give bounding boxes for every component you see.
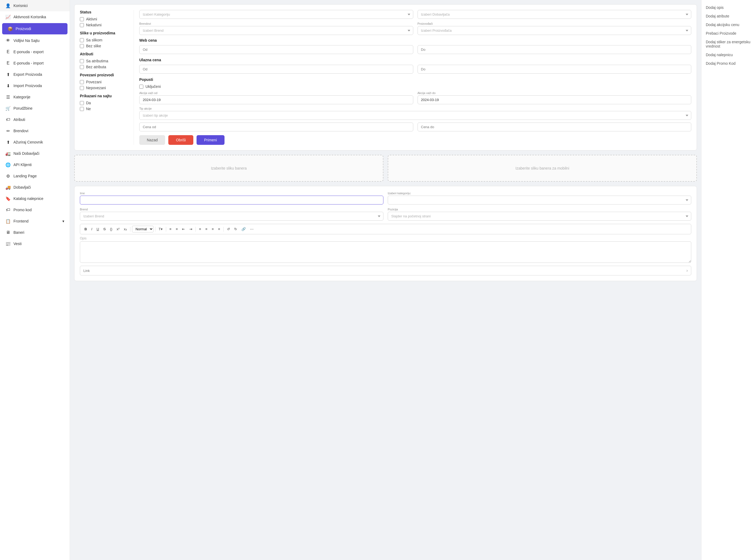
checkbox-sa-slikom-input[interactable]	[80, 38, 84, 42]
checkbox-nekativni-input[interactable]	[80, 23, 84, 27]
cena-od-input[interactable]	[139, 122, 413, 132]
checkbox-povezani[interactable]: Povezani	[80, 80, 128, 84]
sidebar-item-export[interactable]: ⬆Export Proizvoda	[0, 69, 70, 80]
right-panel-item-5[interactable]: Dodaj nalepnicu	[706, 53, 751, 57]
checkbox-aktivni-input[interactable]	[80, 17, 84, 21]
checkbox-da-input[interactable]	[80, 101, 84, 105]
checkbox-ukljuceni[interactable]: Uključeni	[139, 84, 691, 89]
tip-akcije-select[interactable]: Izaberi tip akcije	[139, 111, 691, 120]
code-button[interactable]: {}	[108, 226, 114, 232]
sidebar-item-porudzbine[interactable]: 🛒Porudžbine	[0, 103, 70, 114]
checkbox-nekativni[interactable]: Nekativni	[80, 23, 128, 27]
redo-button[interactable]: ↻	[233, 226, 239, 232]
sidebar-icon-dobavljaci-nasi: 🚛	[5, 151, 11, 156]
checkbox-aktivni[interactable]: Aktivni	[80, 17, 128, 21]
pozicija-select[interactable]: Slajder na početnoj strani	[388, 212, 691, 221]
superscript-button[interactable]: x²	[115, 226, 121, 232]
text-size-button[interactable]: T▾	[157, 226, 164, 232]
align-center-button[interactable]: ≡	[204, 226, 209, 232]
sidebar-item-vesti[interactable]: 📰Vesti	[0, 238, 70, 249]
sidebar-item-atributi[interactable]: 🏷Atributi	[0, 114, 70, 125]
nazad-button[interactable]: Nazad	[139, 135, 165, 145]
dobavljac-select[interactable]: Izaberi Dobavljača	[418, 10, 692, 19]
checkbox-ne[interactable]: Ne	[80, 107, 128, 111]
checkbox-bez-atributa[interactable]: Bez atributa	[80, 65, 128, 69]
primeni-button[interactable]: Primeni	[196, 135, 224, 145]
ulazna-cena-do[interactable]	[418, 65, 692, 74]
bold-button[interactable]: B	[83, 226, 89, 232]
align-justify-button[interactable]: ≡	[216, 226, 222, 232]
subscript-button[interactable]: x₂	[122, 226, 129, 232]
checkbox-sa-atributima-input[interactable]	[80, 59, 84, 63]
sidebar-item-import[interactable]: ⬇Import Proizvoda	[0, 80, 70, 92]
undo-button[interactable]: ↺	[225, 226, 232, 232]
list-unordered-button[interactable]: ≡	[174, 226, 180, 232]
more-button[interactable]: ⋯	[248, 226, 255, 232]
checkbox-bez-slike[interactable]: Bez slike	[80, 44, 128, 48]
strike-button[interactable]: S	[102, 226, 107, 232]
font-style-select[interactable]: Normal	[132, 226, 154, 233]
sidebar-item-eponuda-export[interactable]: EE-ponuda - export	[0, 46, 70, 58]
proizvodjac-select[interactable]: Izaberi Proizvođača	[418, 26, 692, 35]
brend-select[interactable]: Izaberi Brend	[139, 26, 413, 35]
checkbox-ukljuceni-input[interactable]	[139, 85, 143, 89]
checkbox-ne-input[interactable]	[80, 107, 84, 111]
sidebar-item-promo[interactable]: 🏷Promo kod	[0, 204, 70, 216]
checkbox-da[interactable]: Da	[80, 101, 128, 105]
desktop-banner-box[interactable]: Izaberite sliku banera	[74, 155, 383, 182]
link-arrow-icon[interactable]: ›	[686, 268, 688, 273]
checkbox-bez-slike-input[interactable]	[80, 44, 84, 48]
sidebar-item-katalog[interactable]: 🔖Katalog nalepnice	[0, 193, 70, 204]
sidebar-item-brendovi[interactable]: ✏Brendovi	[0, 125, 70, 137]
checkbox-nepovezani[interactable]: Nepovezani	[80, 86, 128, 90]
sidebar-item-api[interactable]: 🌐API Klijenti	[0, 159, 70, 171]
checkbox-sa-atributima[interactable]: Sa atributima	[80, 59, 128, 63]
web-cena-od[interactable]	[139, 45, 413, 54]
sidebar-item-vidljivi[interactable]: 👁Vidljivi Na Sajtu	[0, 35, 70, 46]
link-button[interactable]: 🔗	[240, 226, 247, 232]
list-ordered-button[interactable]: ≡	[168, 226, 173, 232]
checkbox-nepovezani-input[interactable]	[80, 86, 84, 90]
right-panel-item-3[interactable]: Prebaci Proizvode	[706, 31, 751, 36]
cena-do-input[interactable]	[418, 122, 692, 132]
sidebar-item-baneri[interactable]: 🖥Baneri	[0, 227, 70, 238]
sidebar-item-aktivnosti[interactable]: 📈Aktivnosti Korisnika	[0, 11, 70, 23]
checkbox-sa-slikom[interactable]: Sa slikom	[80, 38, 128, 42]
mobile-banner-box[interactable]: Izaberite sliku banera za mobilni	[388, 155, 697, 182]
sidebar-item-korisnici[interactable]: 👤Korisnici	[0, 0, 70, 11]
link-input[interactable]	[83, 269, 684, 273]
akcija-od-input[interactable]	[139, 95, 413, 104]
brend-wrap: Brendovi Izaberi Brend	[139, 22, 413, 35]
right-panel-item-1[interactable]: Dodaj atribute	[706, 14, 751, 18]
indent-right-button[interactable]: ⇥	[188, 226, 194, 232]
right-panel-item-6[interactable]: Dodaj Promo Kod	[706, 61, 751, 65]
sidebar-item-eponuda-import[interactable]: EE-ponuda - import	[0, 58, 70, 69]
sidebar-item-dobavljaci-nasi[interactable]: 🚛Naši Dobavljači	[0, 148, 70, 159]
align-right-button[interactable]: ≡	[210, 226, 215, 232]
brend-form-select[interactable]: Izaberi Brend	[80, 212, 383, 221]
opis-textarea[interactable]	[80, 241, 691, 263]
sidebar-item-landing[interactable]: ⚙Landing Page	[0, 171, 70, 182]
sidebar-item-frontend[interactable]: 📋Frontend▾	[0, 216, 70, 227]
indent-left-button[interactable]: ⇤	[180, 226, 187, 232]
right-panel-item-0[interactable]: Dodaj opis	[706, 5, 751, 10]
akcija-do-input[interactable]	[418, 95, 692, 104]
sidebar-item-proizvodi[interactable]: 📦Proizvodi	[2, 23, 67, 34]
checkbox-povezani-input[interactable]	[80, 80, 84, 84]
kategorija-select[interactable]: Izaberi Kategoriju	[139, 10, 413, 19]
right-panel-item-2[interactable]: Dodaj akcijsku cenu	[706, 23, 751, 27]
underline-button[interactable]: U	[95, 226, 100, 232]
sidebar-item-dobavljaci[interactable]: 🚚Dobavljači	[0, 182, 70, 193]
obrisi-button[interactable]: Obriši	[168, 135, 193, 145]
align-left-button[interactable]: ≡	[197, 226, 203, 232]
ime-input[interactable]	[80, 196, 383, 204]
sidebar-label-eponuda-export: E-ponuda - export	[14, 50, 43, 54]
sidebar-item-kategorije[interactable]: ☰Kategorije	[0, 92, 70, 103]
right-panel-item-4[interactable]: Dodaj stiker za energetsku vrednost	[706, 40, 751, 48]
checkbox-bez-atributa-input[interactable]	[80, 65, 84, 69]
sidebar-item-azuriraj[interactable]: ⬆Ažuriraj Cenovnik	[0, 137, 70, 148]
kategorija-form-select[interactable]	[388, 196, 691, 204]
ulazna-cena-od[interactable]	[139, 65, 413, 74]
web-cena-do[interactable]	[418, 45, 692, 54]
italic-button[interactable]: I	[90, 226, 94, 232]
